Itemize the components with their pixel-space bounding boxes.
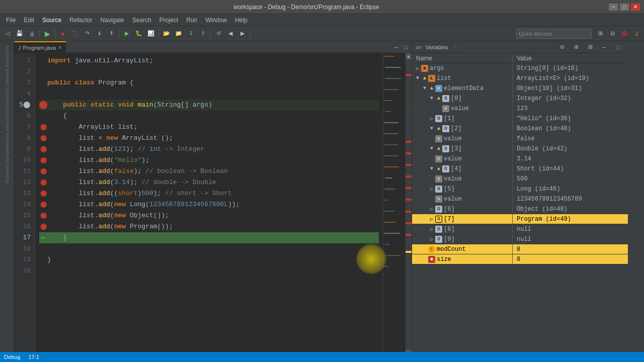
- expand-icon-args[interactable]: ▷: [414, 65, 421, 71]
- var-row-size[interactable]: ■ size 8: [412, 254, 628, 264]
- var-value-list: ArrayList<E> (id=19): [513, 75, 628, 82]
- line-numbers: 1 2 3 4 5⬤ 6 7 8 9 10 11 12 13 14 15 16: [14, 53, 35, 356]
- variables-header: x= Variables ✕ ⊖ ⊕ ⊞ ─ □: [412, 41, 628, 53]
- editor-maximize-btn[interactable]: □: [401, 43, 410, 51]
- expand-icon-8[interactable]: ▷: [428, 226, 435, 232]
- vars-collapse-all[interactable]: ⊖: [556, 42, 568, 53]
- toolbar-debug-perspective[interactable]: 🐞: [619, 28, 630, 39]
- line-num-10: 10: [14, 155, 31, 166]
- variables-table-header: Name Value: [412, 53, 628, 63]
- var-row-list[interactable]: ▼ ▲ L list ArrayList<E> (id=19): [412, 73, 628, 83]
- var-row-4-value[interactable]: v value 500: [412, 174, 628, 184]
- sidebar-text-3: Формула Программиста: [5, 133, 10, 184]
- toolbar-view-btn[interactable]: ⊟: [607, 28, 618, 39]
- var-row-4[interactable]: ▼ ▲ O [4] Short (id=44): [412, 164, 628, 174]
- vars-maximize[interactable]: □: [613, 42, 624, 53]
- menu-navigate[interactable]: Navigate: [96, 14, 128, 26]
- var-row-7[interactable]: ▷ O [7] Program (id=49): [412, 214, 628, 224]
- var-name-0-value: v value: [412, 104, 513, 113]
- toolbar-resume-btn[interactable]: ▶: [42, 28, 53, 39]
- expand-icon-3[interactable]: ▼: [428, 146, 435, 151]
- expand-icon-1[interactable]: ▷: [428, 116, 435, 122]
- toolbar-run-btn[interactable]: ▶: [121, 28, 132, 39]
- menu-window[interactable]: Window: [201, 14, 231, 26]
- menu-edit[interactable]: Edit: [20, 14, 38, 26]
- obj-type-icon-1: O: [435, 115, 442, 122]
- close-button[interactable]: ✕: [631, 4, 640, 11]
- menu-run[interactable]: Run: [182, 14, 201, 26]
- var-row-0-value[interactable]: v value 123: [412, 104, 628, 114]
- menu-help[interactable]: Help: [231, 14, 252, 26]
- var-row-2[interactable]: ▼ ▲ O [2] Boolean (id=40): [412, 124, 628, 134]
- expand-icon-9[interactable]: ▷: [428, 236, 435, 242]
- menu-refactor[interactable]: Refactor: [65, 14, 96, 26]
- toolbar-step-over[interactable]: ↷: [82, 28, 93, 39]
- var-row-5[interactable]: ▷ O [5] Long (id=46): [412, 184, 628, 194]
- toolbar-open-resource-btn[interactable]: 📁: [173, 28, 184, 39]
- menu-search[interactable]: Search: [128, 14, 155, 26]
- editor-minimize-btn[interactable]: ─: [392, 43, 400, 51]
- toolbar-next-annotation[interactable]: ⇩: [185, 28, 196, 39]
- quick-access-box[interactable]: Quick Access: [516, 29, 592, 39]
- var-row-0[interactable]: ▼ ▲ O [0] Integer (id=32): [412, 94, 628, 104]
- toolbar-last-edit[interactable]: ↺: [213, 28, 224, 39]
- tab-close-btn[interactable]: ✕: [58, 45, 62, 50]
- maximize-button[interactable]: □: [620, 4, 629, 11]
- obj-type-icon-3: O: [442, 145, 449, 152]
- toolbar-coverage-btn[interactable]: 📊: [145, 28, 156, 39]
- toolbar-back[interactable]: ◀: [225, 28, 236, 39]
- toolbar-stop-btn[interactable]: ■: [57, 28, 68, 39]
- menu-source[interactable]: Source: [38, 14, 65, 26]
- toolbar-print-btn[interactable]: 🖨: [26, 28, 37, 39]
- var-row-5-value[interactable]: v value 123456789123456789: [412, 194, 628, 204]
- var-row-3[interactable]: ▼ ▲ O [3] Double (id=42): [412, 144, 628, 154]
- toolbar-prev-annotation[interactable]: ⇧: [197, 28, 208, 39]
- toolbar-back-btn[interactable]: ◁: [2, 28, 13, 39]
- scroll-track[interactable]: [406, 59, 412, 350]
- toolbar-step-return[interactable]: ↟: [106, 28, 117, 39]
- line-num-16: 16: [14, 221, 31, 232]
- var-row-6[interactable]: ▷ O [6] Object (id=48): [412, 204, 628, 214]
- vars-toggle-layout[interactable]: ⊞: [585, 42, 596, 53]
- var-row-2-value[interactable]: v value false: [412, 134, 628, 144]
- var-row-1[interactable]: ▷ O [1] "Hello" (id=36): [412, 114, 628, 124]
- expand-icon-5[interactable]: ▷: [428, 186, 435, 192]
- expand-icon-4[interactable]: ▼: [428, 166, 435, 171]
- editor-tab-program[interactable]: J Program.java ✕: [14, 41, 66, 53]
- vars-expand-all[interactable]: ⊕: [571, 42, 582, 53]
- list-type-icon: L: [428, 75, 435, 82]
- var-row-9[interactable]: ▷ O [9] null: [412, 234, 628, 244]
- obj-type-icon-2: O: [442, 125, 449, 132]
- expand-icon-list[interactable]: ▼: [414, 75, 421, 81]
- minimize-button[interactable]: ─: [609, 4, 618, 11]
- var-row-modCount[interactable]: ! modCount 8: [412, 244, 628, 254]
- toolbar-forward[interactable]: ▶: [237, 28, 248, 39]
- toolbar-open-type-btn[interactable]: 📂: [161, 28, 172, 39]
- expand-icon-0[interactable]: ▼: [428, 96, 435, 101]
- menu-file[interactable]: File: [2, 14, 20, 26]
- toolbar-step-into[interactable]: ↡: [94, 28, 105, 39]
- var-row-3-value[interactable]: v value 3.14: [412, 154, 628, 164]
- expand-icon-7[interactable]: ▷: [428, 216, 435, 222]
- variables-icon: x=: [416, 44, 423, 50]
- scroll-up-btn[interactable]: ▲: [406, 53, 412, 59]
- toolbar-perspective-btn[interactable]: ⊞: [595, 28, 606, 39]
- toolbar-save-btn[interactable]: 💾: [14, 28, 25, 39]
- window-controls: ─ □ ✕: [609, 4, 640, 11]
- toolbar-java-perspective[interactable]: J: [631, 28, 642, 39]
- code-line-10: ⬤ list.add("Hello");: [39, 155, 379, 166]
- var-row-elementData[interactable]: ▼ ▲ e elementData Object[10] (id=31): [412, 83, 628, 94]
- expand-icon-2[interactable]: ▼: [428, 126, 435, 131]
- var-row-8[interactable]: ▷ O [8] null: [412, 224, 628, 234]
- expand-icon-6[interactable]: ▷: [428, 206, 435, 212]
- args-type-icon: a: [421, 65, 428, 72]
- var-name-5-value: v value: [412, 194, 513, 204]
- expand-icon-elementData[interactable]: ▼: [421, 85, 428, 91]
- toolbar-debug-btn[interactable]: 🐛: [133, 28, 144, 39]
- var-row-args[interactable]: ▷ a args String[0] (id=16): [412, 63, 628, 73]
- menu-project[interactable]: Project: [155, 14, 182, 26]
- vars-minimize[interactable]: ─: [599, 42, 610, 53]
- code-content[interactable]: import java.util.ArrayList; public class…: [35, 53, 383, 356]
- line-num-15: 15: [14, 210, 31, 221]
- toolbar-disconnect-btn[interactable]: ⬛: [69, 28, 80, 39]
